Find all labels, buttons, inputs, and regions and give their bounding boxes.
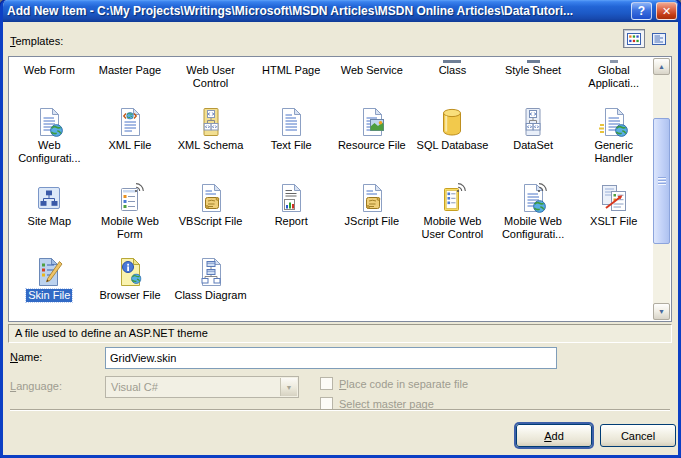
template-item[interactable]: XML File — [90, 106, 171, 182]
template-item[interactable]: HTML Page — [251, 60, 332, 106]
clipped-icon — [443, 60, 461, 63]
template-item[interactable]: JScript File — [332, 182, 413, 256]
template-item[interactable]: Web Configurati... — [9, 106, 90, 182]
title-bar: Add New Item - C:\My Projects\Writings\M… — [0, 0, 681, 22]
mobile-web-form-icon — [114, 182, 146, 214]
templates-grid: Web Form Master Page Web User Control HT… — [9, 57, 654, 321]
site-map-icon — [33, 182, 65, 214]
template-item[interactable]: Mobile Web Configurati... — [493, 182, 574, 256]
template-item-label: Web Service — [341, 64, 403, 77]
templates-list: Web Form Master Page Web User Control HT… — [8, 56, 672, 322]
clipped-icon — [365, 60, 379, 63]
template-item-label: XML Schema — [178, 139, 244, 152]
template-item[interactable]: Global Applicati... — [573, 60, 654, 106]
template-item[interactable]: Class — [412, 60, 493, 106]
window-title: Add New Item - C:\My Projects\Writings\M… — [0, 4, 573, 18]
template-item[interactable]: Generic Handler — [573, 106, 654, 182]
template-item[interactable]: Class Diagram — [170, 256, 251, 312]
sql-database-icon — [436, 106, 468, 138]
template-item-label: Global Applicati... — [574, 64, 653, 90]
scroll-up-icon[interactable]: ▲ — [653, 58, 670, 75]
scroll-down-icon[interactable]: ▼ — [653, 303, 670, 320]
class-diagram-icon — [195, 256, 227, 288]
template-item-label: HTML Page — [262, 64, 320, 77]
template-row: Web Configurati... XML File XML Schema T… — [9, 106, 654, 182]
template-row: Web Form Master Page Web User Control HT… — [9, 60, 654, 106]
language-label: Language: — [10, 380, 62, 392]
dataset-icon — [517, 106, 549, 138]
template-item-selected[interactable]: Skin File — [9, 256, 90, 312]
template-item[interactable]: Report — [251, 182, 332, 256]
separator — [10, 409, 670, 411]
template-item[interactable]: XSLT File — [573, 182, 654, 256]
select-master-checkbox-label: Select master page — [339, 398, 434, 410]
template-item-label: SQL Database — [417, 139, 489, 152]
template-item[interactable]: Text File — [251, 106, 332, 182]
close-icon[interactable]: ✕ — [656, 2, 677, 20]
template-item-label: Master Page — [99, 64, 161, 77]
add-button[interactable]: Add — [516, 424, 592, 447]
report-icon — [275, 182, 307, 214]
template-row: Site Map Mobile Web Form VBScript File R… — [9, 182, 654, 256]
template-item-label: JScript File — [345, 215, 399, 228]
template-item[interactable]: DataSet — [493, 106, 574, 182]
template-item-label: DataSet — [513, 139, 553, 152]
template-item-label: XML File — [108, 139, 151, 152]
large-icons-view-button[interactable] — [623, 29, 645, 48]
large-icons-view-icon — [627, 33, 641, 45]
clipped-icon — [123, 60, 137, 63]
language-dropdown: Visual C# ▼ — [105, 376, 299, 398]
browser-file-icon — [114, 256, 146, 288]
name-label: Name: — [10, 351, 42, 363]
template-item[interactable]: Site Map — [9, 182, 90, 256]
place-code-checkbox-row: Place code in separate file — [320, 377, 468, 390]
chevron-down-icon: ▼ — [280, 378, 297, 396]
vbscript-file-icon — [195, 182, 227, 214]
clipped-icon — [42, 60, 56, 63]
clipped-icon — [527, 60, 540, 63]
report-view-button[interactable] — [648, 29, 670, 48]
template-item[interactable]: Resource File — [332, 106, 413, 182]
template-item[interactable]: Web Service — [332, 60, 413, 106]
add-new-item-dialog: Add New Item - C:\My Projects\Writings\M… — [0, 0, 681, 458]
checkbox-icon — [320, 377, 333, 390]
xml-schema-icon — [195, 106, 227, 138]
template-item[interactable]: VBScript File — [170, 182, 251, 256]
help-icon[interactable]: ? — [631, 2, 652, 20]
vertical-scrollbar[interactable]: ▲ ▼ — [653, 58, 670, 320]
template-item[interactable]: XML Schema — [170, 106, 251, 182]
template-item-label: Site Map — [28, 215, 71, 228]
template-item[interactable]: Web Form — [9, 60, 90, 106]
template-item-label: Browser File — [99, 289, 160, 302]
template-item-label: Mobile Web Form — [91, 215, 170, 241]
template-item-label: Web Form — [24, 64, 75, 77]
cancel-button-label: Cancel — [621, 430, 655, 442]
scrollbar-thumb[interactable] — [653, 118, 670, 244]
template-item-label: Web User Control — [171, 64, 250, 90]
cancel-button[interactable]: Cancel — [600, 424, 676, 447]
template-item[interactable]: Web User Control — [170, 60, 251, 106]
add-button-label: Add — [544, 426, 564, 446]
report-view-icon — [652, 33, 666, 45]
template-item-label: Mobile Web Configurati... — [494, 215, 573, 241]
template-item-label: Web Configurati... — [10, 139, 89, 165]
text-file-icon — [275, 106, 307, 138]
template-item-label: VBScript File — [179, 215, 243, 228]
template-item[interactable]: SQL Database — [412, 106, 493, 182]
template-item[interactable]: Mobile Web User Control — [412, 182, 493, 256]
template-item[interactable]: Master Page — [90, 60, 171, 106]
template-item-label: XSLT File — [590, 215, 637, 228]
template-description: A file used to define an ASP.NET theme — [8, 324, 672, 343]
clipped-icon — [610, 60, 618, 63]
resource-file-icon — [356, 106, 388, 138]
template-item[interactable]: Browser File — [90, 256, 171, 312]
web-configuration-file-icon — [33, 106, 65, 138]
name-input[interactable] — [105, 347, 557, 369]
template-item-label: Text File — [271, 139, 312, 152]
language-value: Visual C# — [111, 381, 158, 393]
template-item[interactable]: Style Sheet — [493, 60, 574, 106]
template-item[interactable]: Mobile Web Form — [90, 182, 171, 256]
scrollbar-grip — [658, 177, 666, 185]
template-item-label: Generic Handler — [574, 139, 653, 165]
xslt-file-icon — [598, 182, 630, 214]
